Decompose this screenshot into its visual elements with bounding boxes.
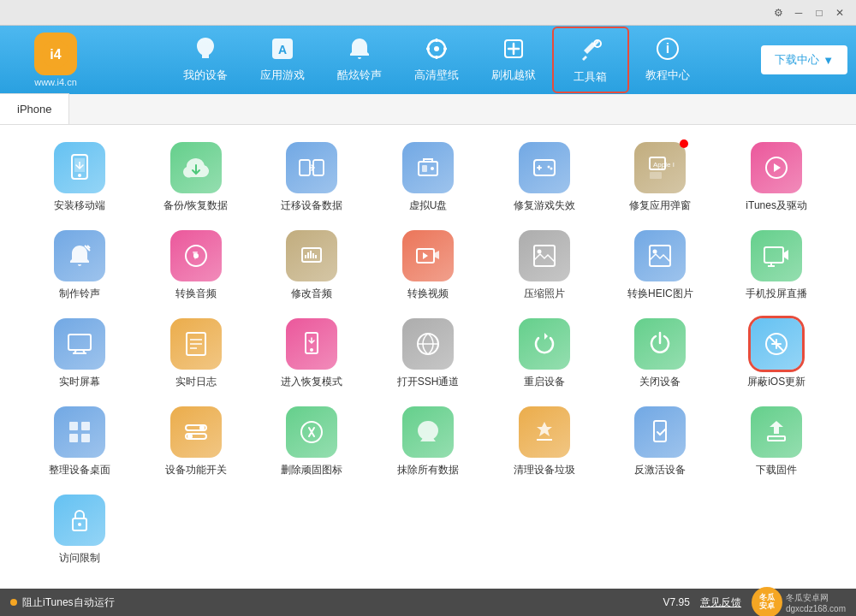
titlebar-controls: ⚙ ─ □ ✕ (769, 3, 849, 22)
tool-icon-video-convert (402, 230, 454, 281)
tool-label-audio-convert: 转换音频 (175, 287, 217, 301)
tool-video-convert[interactable]: 转换视频 (389, 230, 467, 301)
watermark-text: 冬瓜安卓网 dgxcdz168.com (786, 592, 846, 613)
svg-rect-20 (419, 162, 437, 175)
svg-rect-50 (68, 335, 91, 350)
tool-icon-ssh-tunnel (402, 318, 454, 370)
tool-icon-audio-edit (286, 230, 337, 281)
tab-iphone[interactable]: iPhone (0, 93, 69, 124)
tool-grid: 安装移动端 备份/恢复数据 迁移设备数据 虚拟U盘 修复游戏失效 Apple I… (26, 142, 830, 566)
nav-item-jailbreak[interactable]: 刷机越狱 (475, 27, 552, 93)
tool-icon-heic-convert (634, 230, 686, 281)
tool-label-fix-app: 修复应用弹窗 (629, 198, 691, 213)
tool-itunes[interactable]: iTunes及驱动 (738, 142, 815, 213)
tool-icon-itunes (751, 142, 802, 193)
settings-button[interactable]: ⚙ (769, 3, 788, 22)
tool-icon-firmware (751, 406, 802, 458)
tool-clean-junk[interactable]: 清理设备垃圾 (506, 406, 583, 477)
tool-icon-install-app (54, 142, 105, 193)
main-content: 安装移动端 备份/恢复数据 迁移设备数据 虚拟U盘 修复游戏失效 Apple I… (0, 125, 856, 589)
tool-backup[interactable]: 备份/恢复数据 (158, 142, 235, 213)
statusbar: 阻止iTunes自动运行 V7.95 意见反馈 冬瓜安卓 冬瓜安卓网 dgxcd… (0, 589, 856, 616)
feedback-link[interactable]: 意见反馈 (700, 595, 741, 610)
svg-rect-30 (650, 172, 662, 179)
logo[interactable]: i4 www.i4.cn (9, 33, 103, 87)
svg-rect-65 (81, 422, 90, 430)
tool-label-deactivate: 反激活设备 (634, 463, 686, 477)
nav-item-ringtone[interactable]: 酷炫铃声 (321, 27, 398, 93)
wallpaper-icon (421, 33, 452, 64)
tool-label-desktop-org: 整理设备桌面 (49, 463, 110, 477)
svg-point-69 (199, 425, 205, 430)
tool-label-real-screen: 实时屏幕 (59, 375, 100, 389)
tool-func-switch[interactable]: 设备功能开关 (158, 406, 235, 477)
tool-label-audio-edit: 修改音频 (291, 287, 332, 301)
tool-icon-clean-junk (519, 406, 570, 458)
tool-label-reboot: 重启设备 (524, 375, 565, 389)
ringtone-icon (344, 33, 375, 64)
tool-icon-wipe-data (402, 406, 454, 458)
nav-item-my-device[interactable]: 我的设备 (167, 27, 244, 93)
badge-dot (680, 139, 688, 148)
svg-rect-21 (422, 165, 427, 172)
nav-item-tutorial[interactable]: i 教程中心 (629, 27, 706, 93)
tool-fix-game[interactable]: 修复游戏失效 (506, 142, 583, 213)
toolbox-icon (575, 35, 606, 66)
svg-text:i: i (665, 41, 669, 56)
download-btn[interactable]: 下载中心 ▼ (761, 45, 847, 74)
tool-compress-photo[interactable]: 压缩照片 (506, 230, 583, 301)
tool-icon-deactivate (634, 406, 686, 458)
nav-item-wallpaper[interactable]: 高清壁纸 (398, 27, 475, 93)
minimize-button[interactable]: ─ (789, 3, 808, 22)
tool-migrate[interactable]: 迁移设备数据 (273, 142, 350, 213)
tool-virtual-udisk[interactable]: 虚拟U盘 (389, 142, 467, 213)
tool-heic-convert[interactable]: 转换HEIC图片 (621, 230, 698, 301)
tool-recovery-mode[interactable]: 进入恢复模式 (273, 318, 350, 389)
tool-ringtone-make[interactable]: 制作铃声 (41, 230, 118, 301)
close-button[interactable]: ✕ (830, 3, 849, 22)
status-text: 阻止iTunes自动运行 (22, 595, 115, 610)
tool-audio-convert[interactable]: 转换音频 (158, 230, 235, 301)
statusbar-right: V7.95 意见反馈 冬瓜安卓 冬瓜安卓网 dgxcdz168.com (663, 587, 846, 616)
tool-install-app[interactable]: 安装移动端 (41, 142, 118, 213)
nav-bar: 我的设备 A 应用游戏 酷炫铃声 高清壁纸 刷机越狱 工具箱 i 教程中心 (111, 27, 761, 93)
tool-icon-screen-live (751, 230, 802, 281)
tool-label-clean-junk: 清理设备垃圾 (514, 463, 575, 477)
tool-ssh-tunnel[interactable]: 打开SSH通道 (389, 318, 467, 389)
tool-audio-edit[interactable]: 修改音频 (273, 230, 350, 301)
tool-label-access-limit: 访问限制 (59, 551, 100, 566)
svg-point-5 (434, 46, 439, 51)
tool-shutdown[interactable]: 关闭设备 (621, 318, 698, 389)
tool-label-wipe-data: 抹除所有数据 (397, 463, 459, 477)
nav-item-toolbox[interactable]: 工具箱 (552, 27, 629, 93)
svg-rect-75 (768, 436, 785, 441)
svg-point-77 (78, 523, 81, 526)
tool-icon-func-switch (170, 406, 222, 458)
tool-block-update[interactable]: 屏蔽iOS更新 (738, 318, 815, 389)
tool-real-screen[interactable]: 实时屏幕 (41, 318, 118, 389)
tool-wipe-data[interactable]: 抹除所有数据 (389, 406, 467, 477)
my-device-icon (190, 33, 221, 64)
tool-real-log[interactable]: 实时日志 (158, 318, 235, 389)
tool-fix-app[interactable]: Apple ID 修复应用弹窗 (621, 142, 698, 213)
tool-icon-ringtone-make (54, 230, 105, 281)
svg-point-59 (310, 348, 313, 352)
tool-access-limit[interactable]: 访问限制 (41, 495, 118, 566)
tool-screen-live[interactable]: 手机投屏直播 (738, 230, 815, 301)
maximize-button[interactable]: □ (810, 3, 829, 22)
tool-del-icon[interactable]: 删除顽固图标 (273, 406, 350, 477)
tool-label-shutdown: 关闭设备 (639, 375, 681, 389)
tool-label-func-switch: 设备功能开关 (165, 463, 227, 477)
tool-deactivate[interactable]: 反激活设备 (621, 406, 698, 477)
tool-reboot[interactable]: 重启设备 (506, 318, 583, 389)
tool-label-migrate: 迁移设备数据 (281, 198, 342, 213)
tool-label-itunes: iTunes及驱动 (746, 198, 807, 213)
wallpaper-label: 高清壁纸 (414, 68, 459, 83)
tool-icon-compress-photo (519, 230, 570, 281)
tool-label-del-icon: 删除顽固图标 (281, 463, 342, 477)
tool-desktop-org[interactable]: 整理设备桌面 (41, 406, 118, 477)
my-device-label: 我的设备 (183, 68, 228, 83)
tool-firmware[interactable]: 下载固件 (738, 406, 815, 477)
nav-item-app-games[interactable]: A 应用游戏 (244, 27, 321, 93)
toolbox-label: 工具箱 (574, 69, 607, 85)
